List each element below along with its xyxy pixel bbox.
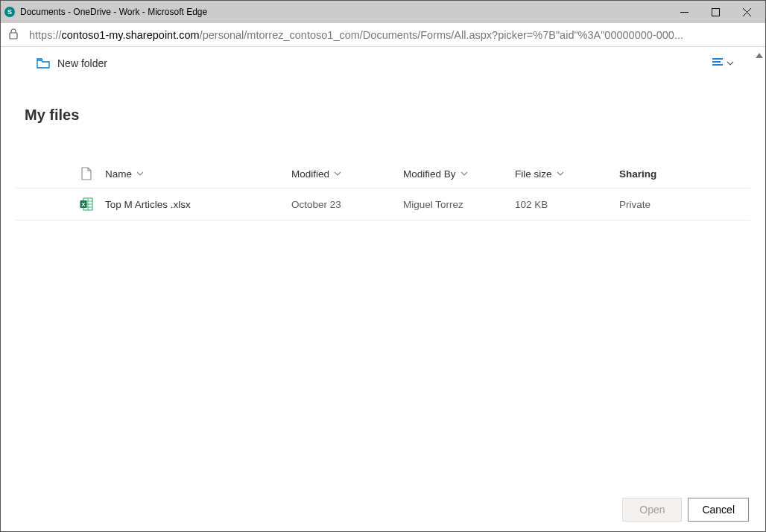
column-modified[interactable]: Modified bbox=[291, 168, 403, 180]
new-folder-button[interactable]: New folder bbox=[37, 57, 107, 69]
url-prefix: https:// bbox=[29, 29, 62, 41]
table-row[interactable]: X Top M Articles .xlsx October 23 Miguel… bbox=[16, 189, 750, 221]
minimize-button[interactable] bbox=[668, 1, 700, 23]
dialog-footer: Open Cancel bbox=[1, 488, 765, 531]
window-title: Documents - OneDrive - Work - Microsoft … bbox=[20, 7, 668, 17]
svg-text:X: X bbox=[81, 201, 86, 208]
excel-file-icon: X bbox=[68, 197, 105, 211]
file-name: Top M Articles .xlsx bbox=[105, 199, 291, 210]
open-button: Open bbox=[622, 498, 682, 522]
list-view-icon bbox=[712, 57, 724, 70]
chevron-down-icon bbox=[460, 168, 468, 180]
command-bar: New folder bbox=[1, 47, 765, 80]
url-path: /personal/mtorrez_contoso1_com/Documents… bbox=[200, 29, 683, 41]
chevron-down-icon bbox=[136, 168, 144, 180]
scroll-up-arrow-icon[interactable] bbox=[756, 53, 763, 58]
maximize-button[interactable] bbox=[700, 1, 731, 23]
chevron-down-icon bbox=[557, 168, 564, 180]
table-header: Name Modified Modified By bbox=[16, 159, 750, 189]
files-table: Name Modified Modified By bbox=[16, 159, 750, 221]
svg-rect-6 bbox=[10, 33, 17, 39]
lock-icon bbox=[8, 28, 20, 42]
url-text: https://contoso1-my.sharepoint.com/perso… bbox=[29, 29, 683, 41]
window-titlebar: S Documents - OneDrive - Work - Microsof… bbox=[1, 1, 765, 23]
file-modified-by: Miguel Torrez bbox=[403, 199, 515, 210]
column-modified-by[interactable]: Modified By bbox=[403, 168, 515, 180]
file-type-icon bbox=[68, 167, 105, 180]
close-button[interactable] bbox=[731, 1, 762, 23]
page-title: My files bbox=[1, 80, 765, 124]
file-modified: October 23 bbox=[291, 199, 403, 210]
svg-text:S: S bbox=[7, 8, 12, 16]
column-file-size[interactable]: File size bbox=[515, 168, 619, 180]
main-content: New folder My files bbox=[1, 47, 765, 488]
file-size: 102 KB bbox=[515, 199, 619, 210]
sharepoint-icon: S bbox=[4, 6, 16, 18]
address-bar[interactable]: https://contoso1-my.sharepoint.com/perso… bbox=[1, 23, 765, 47]
file-sharing: Private bbox=[619, 199, 750, 210]
chevron-down-icon bbox=[727, 57, 734, 70]
new-folder-icon bbox=[37, 58, 50, 69]
new-folder-label: New folder bbox=[57, 57, 107, 69]
view-options-button[interactable] bbox=[712, 57, 734, 70]
column-name[interactable]: Name bbox=[105, 168, 291, 180]
chevron-down-icon bbox=[334, 168, 341, 180]
column-sharing[interactable]: Sharing bbox=[619, 168, 750, 180]
cancel-button[interactable]: Cancel bbox=[688, 498, 749, 522]
url-host: contoso1-my.sharepoint.com bbox=[62, 29, 200, 41]
svg-rect-3 bbox=[712, 8, 719, 16]
